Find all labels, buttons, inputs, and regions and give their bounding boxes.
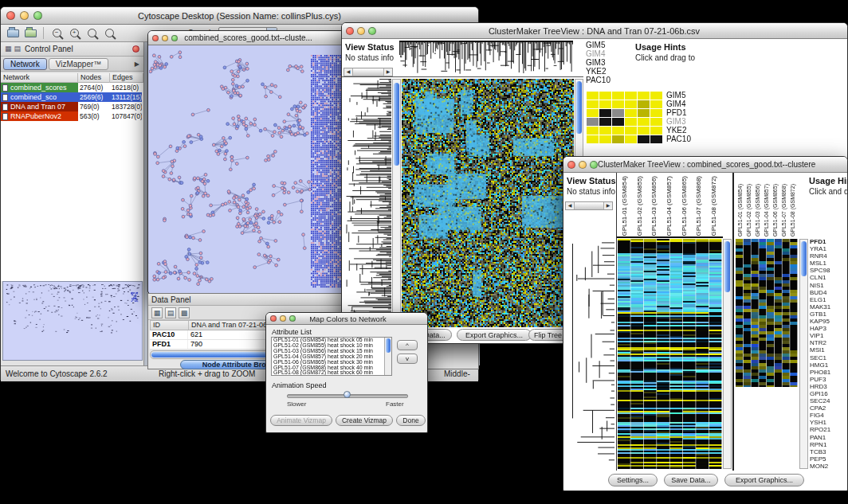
close-icon[interactable] — [346, 27, 354, 35]
scroll-track[interactable] — [352, 68, 384, 76]
gene-label[interactable]: HRD3 — [810, 383, 847, 390]
heatmap-canvas[interactable] — [402, 79, 574, 327]
maximize-icon[interactable] — [289, 315, 296, 322]
selection-heatmap-canvas[interactable] — [736, 239, 798, 387]
create-vizmap-button[interactable]: Create Vizmap — [336, 415, 393, 426]
network-window-titlebar[interactable]: combined_scores_good.txt--cluste... — [148, 31, 346, 45]
minimize-icon[interactable] — [20, 11, 29, 20]
column-label[interactable]: GPL51-03 (GSM856) — [753, 175, 762, 236]
scroll-right-icon[interactable]: ▶ — [384, 68, 392, 76]
column-header-network[interactable]: Network — [1, 73, 78, 83]
gene-label[interactable]: PEP5 — [810, 455, 847, 463]
column-label[interactable]: GPL51-03 (GSM856) — [647, 175, 662, 236]
gene-label[interactable]: KAP95 — [810, 318, 847, 325]
attribute-matrix-icon[interactable]: ▤ — [165, 307, 176, 318]
done-button[interactable]: Done — [396, 415, 426, 426]
column-label[interactable]: GIM4 — [586, 49, 610, 58]
tab-overflow-icon[interactable]: ▶ — [135, 61, 139, 68]
gene-label[interactable]: MSL1 — [810, 260, 847, 267]
gene-label[interactable]: FIG4 — [810, 412, 847, 419]
heatmap-vscrollbar[interactable] — [723, 239, 732, 469]
gene-label[interactable]: BUD4 — [810, 289, 847, 296]
selection-label[interactable]: GIM4 — [666, 100, 691, 108]
scroll-left-icon[interactable]: ◀ — [566, 202, 574, 209]
minimize-icon[interactable] — [357, 27, 365, 35]
tab-vizmapper[interactable]: VizMapper™ — [49, 58, 109, 70]
attribute-listbox[interactable]: GPL51-01 (GSM854) heat shock 05 minGPL51… — [271, 337, 392, 376]
vscroll-thumb[interactable] — [801, 241, 807, 276]
treeview1-titlebar[interactable]: ClusterMaker TreeView : DNA and Tran 07-… — [342, 23, 847, 39]
network-canvas[interactable] — [149, 45, 346, 293]
column-label[interactable]: GPL51-07 (GSM868) — [779, 175, 788, 236]
gene-label[interactable]: HAP3 — [810, 325, 847, 332]
heatmap-canvas[interactable] — [618, 239, 722, 469]
vscroll-thumb[interactable] — [724, 241, 730, 292]
gene-label[interactable]: HMG1 — [810, 361, 847, 369]
gene-label[interactable]: TCB3 — [810, 448, 847, 455]
dendrogram-hscrollbar[interactable]: ◀ ▶ — [565, 201, 613, 210]
network-row[interactable]: combined_scores 2764(0) 16218(0) — [1, 83, 143, 92]
zoom-fit-button[interactable] — [84, 26, 99, 41]
maximize-icon[interactable] — [33, 11, 42, 20]
column-label[interactable]: GPL51-06 (GSM865) — [771, 175, 779, 236]
column-label[interactable]: YKE2 — [586, 67, 610, 76]
maximize-icon[interactable] — [368, 27, 376, 35]
column-label[interactable]: GPL51-08 (GSM872) — [707, 175, 722, 236]
gene-label[interactable]: CPA2 — [810, 404, 847, 412]
gene-label[interactable]: RPO21 — [810, 426, 847, 433]
gene-label[interactable]: YSH1 — [810, 419, 847, 426]
gene-label[interactable]: RNR4 — [810, 252, 847, 260]
animate-vizmap-button[interactable]: Animate Vizmap — [270, 415, 332, 426]
dock-panel-icon[interactable]: ▤ — [14, 45, 22, 53]
settings-button[interactable]: Settings... — [608, 474, 658, 486]
network-row[interactable]: RNAPuberNov2 563(0) 107847(0) — [1, 111, 143, 121]
network-row[interactable]: combined_sco 2569(6) 13112(15) — [1, 92, 143, 102]
zoom-selected-button[interactable] — [102, 26, 116, 41]
selection-label[interactable]: PAC10 — [666, 135, 691, 143]
gene-label[interactable]: MON2 — [810, 463, 847, 470]
scroll-left-icon[interactable]: ◀ — [344, 68, 352, 76]
selection-heatmap-canvas[interactable] — [587, 92, 663, 144]
selection-label[interactable]: GIM5 — [666, 91, 691, 100]
column-label[interactable]: PAC10 — [586, 76, 610, 84]
network-row[interactable]: DNA and Tran 07 769(0) 183728(0) — [1, 102, 143, 111]
column-label[interactable]: GPL51-02 (GSM855) — [744, 175, 753, 236]
gene-label[interactable]: GPI16 — [810, 390, 847, 397]
gene-label[interactable]: VIP1 — [810, 332, 847, 339]
column-label[interactable]: GPL51-01 (GSM854) — [736, 175, 744, 236]
birdseye-canvas[interactable] — [3, 282, 142, 360]
selection-vscrollbar[interactable] — [799, 239, 808, 469]
dendrogram-vscrollbar[interactable] — [392, 79, 401, 327]
column-dendrogram-canvas[interactable] — [399, 41, 573, 76]
tab-network[interactable]: Network — [3, 58, 47, 70]
close-panel-icon[interactable] — [132, 45, 139, 53]
selection-label[interactable]: GIM3 — [666, 117, 691, 126]
column-label[interactable]: GIM3 — [586, 58, 610, 67]
column-label[interactable]: GPL51-07 (GSM868) — [692, 175, 707, 236]
gene-label[interactable]: SEC24 — [810, 397, 847, 404]
close-icon[interactable] — [152, 35, 159, 41]
gene-label[interactable]: PAN1 — [810, 434, 847, 441]
column-label[interactable]: GPL51-04 (GSM857) — [762, 175, 771, 236]
gene-label[interactable]: MSI1 — [810, 346, 847, 354]
gene-label[interactable]: GTB1 — [810, 311, 847, 318]
dialog-titlebar[interactable]: Map Colors to Network — [266, 313, 427, 325]
column-header-edges[interactable]: Edges — [110, 73, 143, 83]
gene-label[interactable]: NTR2 — [810, 339, 847, 346]
attribute-db-icon[interactable]: ▩ — [179, 307, 190, 318]
open-session-button[interactable] — [6, 26, 20, 41]
close-icon[interactable] — [6, 11, 15, 20]
minimize-icon[interactable] — [280, 315, 286, 322]
scroll-track[interactable] — [574, 202, 604, 209]
selection-label[interactable]: PFD1 — [666, 108, 691, 117]
listbox-vscrollbar[interactable] — [384, 338, 391, 375]
export-graphics-button[interactable]: Export Graphics... — [724, 474, 804, 486]
animation-speed-slider[interactable] — [287, 390, 408, 399]
column-header-nodes[interactable]: Nodes — [78, 73, 110, 83]
gene-label[interactable]: SPC98 — [810, 267, 847, 274]
zoom-in-button[interactable]: + — [67, 26, 81, 41]
scroll-right-icon[interactable]: ▶ — [604, 202, 612, 209]
gene-label[interactable]: PFD1 — [810, 238, 847, 245]
gene-label[interactable]: PUF3 — [810, 376, 847, 383]
treeview2-titlebar[interactable]: ClusterMaker TreeView : combined_scores_… — [563, 157, 847, 173]
